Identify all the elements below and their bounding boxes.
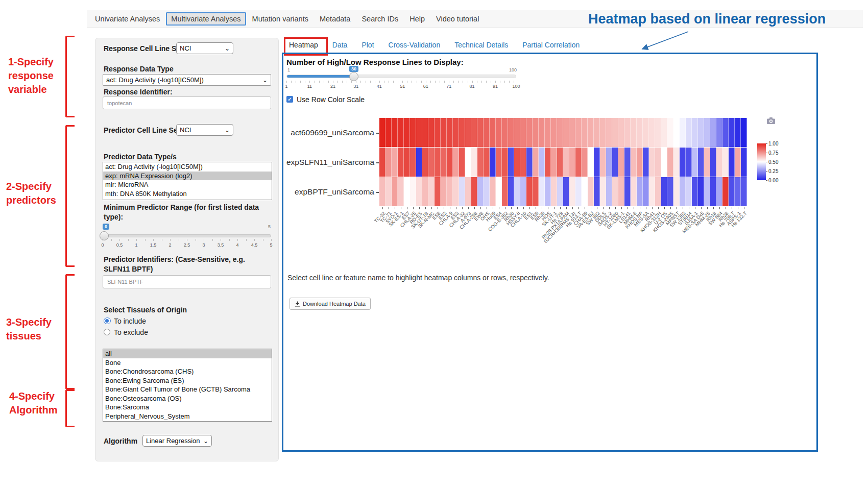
heatmap-cell — [490, 148, 496, 177]
tissue-option[interactable]: Bone:Giant Cell Tumor of Bone (GCTB) Sar… — [103, 385, 272, 394]
algorithm-label: Algorithm — [104, 437, 137, 445]
heatmap-cell — [545, 177, 551, 206]
tissue-exclude-radio[interactable] — [104, 329, 110, 335]
response-identifier-input[interactable]: topotecan — [103, 96, 271, 109]
heatmap-cell — [655, 118, 661, 147]
tissue-option[interactable]: Bone — [103, 358, 272, 368]
heatmap-row-label[interactable]: expBPTF_uniSarcoma — [283, 187, 374, 197]
heatmap-x-tick — [407, 207, 407, 209]
tissue-option[interactable]: Bone:Ewing Sarcoma (ES) — [103, 376, 272, 385]
nav-tab-help[interactable]: Help — [404, 12, 430, 26]
heatmap-cell — [631, 118, 637, 147]
lines-slider[interactable] — [286, 75, 516, 78]
check-icon: ✓ — [287, 96, 292, 102]
nav-tab-metadata[interactable]: Metadata — [315, 12, 355, 26]
response-data-type-label: Response Data Type — [104, 65, 174, 73]
predictor-data-types-listbox[interactable]: act: Drug Activity (-log10[IC50M])exp: m… — [103, 162, 272, 200]
heatmap-cell — [606, 177, 612, 206]
heatmap-cell — [459, 118, 465, 147]
heatmap-cell — [410, 118, 416, 147]
heatmap-cell — [692, 148, 698, 177]
results-tab-heatmap[interactable]: Heatmap — [289, 41, 318, 49]
min-predictor-range-slider[interactable] — [103, 234, 271, 237]
app-window: Univariate AnalysesMultivariate Analyses… — [0, 0, 868, 488]
heatmap-row — [379, 148, 747, 177]
heatmap-cell — [569, 177, 575, 206]
nav-tab-search-ids[interactable]: Search IDs — [356, 12, 403, 26]
heatmap-cell — [704, 177, 710, 206]
tissue-option[interactable]: Bone:Osteosarcoma (OS) — [103, 394, 272, 403]
tissue-option[interactable]: all — [103, 349, 272, 358]
tissue-option[interactable]: Bone:Sarcoma — [103, 403, 272, 412]
results-tab-technical-details[interactable]: Technical Details — [454, 41, 508, 49]
heatmap-x-tick — [628, 207, 628, 209]
predictor-data-type-option[interactable]: exp: mRNA Expression (log2) — [103, 172, 272, 181]
heatmap-cell — [453, 148, 459, 177]
tissue-include-radio[interactable] — [104, 318, 111, 324]
nav-tab-video-tutorial[interactable]: Video tutorial — [431, 12, 484, 26]
heatmap-x-tick — [438, 207, 438, 209]
results-tab-plot[interactable]: Plot — [361, 41, 374, 49]
heatmap-cell — [416, 177, 422, 206]
heatmap-cell — [673, 118, 680, 147]
heatmap-cell — [716, 148, 722, 177]
response-data-type-select[interactable]: act: Drug Activity (-log10[IC50M]) ⌄ — [103, 74, 271, 86]
heatmap-x-tick — [738, 207, 738, 209]
annotation-bracket-2 — [65, 125, 75, 267]
download-heatmap-data-button[interactable]: Download Heatmap Data — [290, 298, 371, 310]
predictor-identifiers-input[interactable]: SLFN11 BPTF — [103, 275, 271, 288]
heatmap-cell — [428, 118, 435, 147]
chevron-down-icon: ⌄ — [225, 128, 230, 133]
heatmap-cell — [698, 177, 704, 206]
predictor-data-type-option[interactable]: mth: DNA 850K Methylation — [103, 189, 272, 199]
heatmap-cell — [631, 148, 637, 177]
heatmap-x-tick — [425, 207, 426, 209]
tissue-listbox[interactable]: allBoneBone:Chondrosarcoma (CHS)Bone:Ewi… — [103, 349, 272, 422]
predictor-data-type-option[interactable]: act: Drug Activity (-log10[IC50M]) — [103, 162, 272, 172]
heatmap-row-label[interactable]: expSLFN11_uniSarcoma — [283, 158, 374, 167]
nav-tab-multivariate-analyses[interactable]: Multivariate Analyses — [166, 12, 246, 26]
results-tab-partial-correlation[interactable]: Partial Correlation — [522, 41, 580, 49]
heatmap-cell — [686, 148, 692, 177]
heatmap-cell — [533, 177, 539, 206]
heatmap-colorbar — [757, 143, 766, 180]
heatmap-cell — [551, 177, 557, 206]
heatmap-row-label[interactable]: act609699_uniSarcoma — [283, 128, 374, 137]
heatmap-cell — [453, 118, 459, 147]
results-tab-data[interactable]: Data — [332, 41, 348, 49]
heatmap-x-tick — [529, 207, 530, 209]
tissue-option[interactable]: Peripheral_Nervous_System — [103, 412, 272, 421]
heatmap-cell — [496, 177, 502, 206]
heatmap-cell — [729, 118, 735, 147]
algorithm-select[interactable]: Linear Regression ⌄ — [142, 435, 212, 447]
camera-icon[interactable] — [766, 117, 776, 125]
predictor-data-type-option[interactable]: mir: MicroRNA — [103, 180, 272, 189]
min-predictor-range-slider-handle[interactable] — [100, 231, 109, 240]
heatmap-x-tick — [695, 207, 695, 209]
heatmap-cell — [582, 177, 588, 206]
heatmap-x-tick — [499, 207, 499, 209]
heatmap-cell — [379, 118, 385, 147]
results-tab-cross-validation[interactable]: Cross-Validation — [389, 41, 441, 49]
tissue-option[interactable]: Bone:Chondrosarcoma (CHS) — [103, 367, 272, 376]
heatmap-cell — [477, 118, 484, 147]
nav-tab-univariate-analyses[interactable]: Univariate Analyses — [90, 12, 165, 26]
heatmap-note: Select cell line or feature name to high… — [287, 274, 549, 282]
heatmap-cell — [704, 118, 710, 147]
min-predictor-range-label: Minimum Predictor Range (for first liste… — [104, 203, 272, 222]
heatmap-x-tick — [554, 207, 554, 209]
predictor-cell-line-set-select[interactable]: NCI ⌄ — [176, 124, 233, 136]
heatmap-x-tick — [732, 207, 732, 209]
nav-tab-mutation-variants[interactable]: Mutation variants — [247, 12, 314, 26]
heatmap-cell — [441, 148, 447, 177]
heatmap-cell — [667, 177, 673, 206]
row-color-scale-checkbox[interactable]: ✓ — [286, 96, 293, 103]
lines-slider-handle[interactable] — [349, 72, 358, 81]
heatmap-x-tick — [707, 207, 708, 209]
heatmap-x-tick — [462, 207, 463, 209]
heatmap-cell — [422, 177, 428, 206]
annotation-step-1: 1-Specifyresponsevariable — [8, 55, 54, 96]
response-cell-line-set-select[interactable]: NCI ⌄ — [176, 42, 233, 54]
predictor-identifiers-label: Predictor Identifiers: (Case-Sensitive, … — [104, 255, 272, 274]
download-button-label: Download Heatmap Data — [303, 301, 366, 307]
